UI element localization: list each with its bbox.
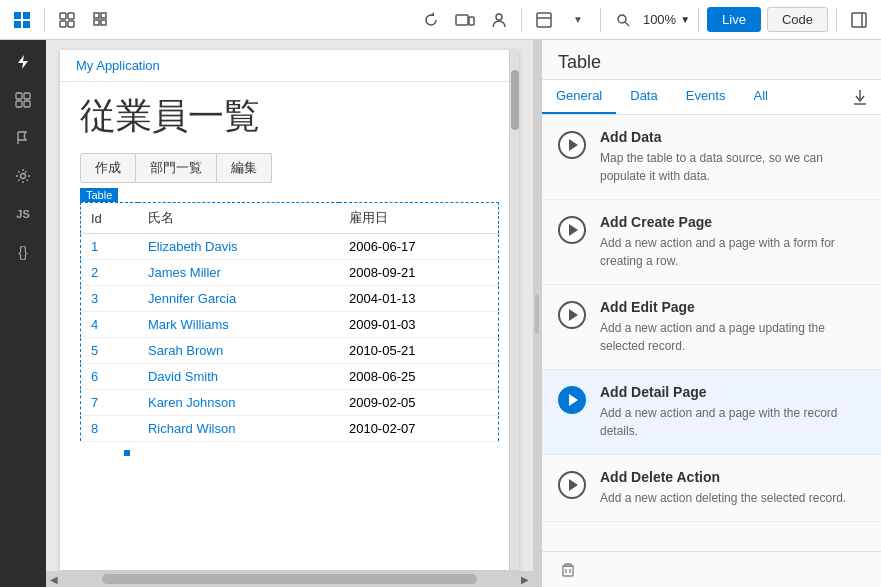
- svg-rect-25: [24, 101, 30, 107]
- sidebar-icon-lightning[interactable]: [5, 44, 41, 80]
- play-triangle-icon: [569, 479, 578, 491]
- play-button[interactable]: [558, 386, 586, 414]
- play-button[interactable]: [558, 301, 586, 329]
- cell-name[interactable]: Jennifer Garcia: [138, 286, 339, 312]
- cell-date: 2010-05-21: [339, 338, 499, 364]
- svg-rect-3: [23, 21, 30, 28]
- table-row[interactable]: 7 Karen Johnson 2009-02-05: [81, 390, 499, 416]
- play-button[interactable]: [558, 471, 586, 499]
- cell-name[interactable]: James Miller: [138, 260, 339, 286]
- table-row[interactable]: 6 David Smith 2008-06-25: [81, 364, 499, 390]
- panel-action-item[interactable]: Add Data Map the table to a data source,…: [542, 115, 881, 200]
- cell-id[interactable]: 1: [81, 234, 138, 260]
- action-buttons: 作成 部門一覧 編集: [80, 153, 499, 183]
- sep2: [521, 8, 522, 32]
- zoom-level[interactable]: 100% ▼: [643, 12, 690, 27]
- live-button[interactable]: Live: [707, 7, 761, 32]
- svg-rect-11: [101, 20, 106, 25]
- sidebar-icon-js[interactable]: JS: [5, 196, 41, 232]
- cell-id[interactable]: 4: [81, 312, 138, 338]
- canvas-scrollbar-h[interactable]: ◀ ▶: [46, 571, 533, 587]
- play-button[interactable]: [558, 131, 586, 159]
- cell-id[interactable]: 2: [81, 260, 138, 286]
- grid-icon[interactable]: [87, 6, 115, 34]
- action-desc: Add a new action and a page updating the…: [600, 319, 865, 355]
- action-desc: Add a new action deleting the selected r…: [600, 489, 865, 507]
- layout-icon[interactable]: [530, 6, 558, 34]
- tab-data[interactable]: Data: [616, 80, 671, 114]
- user-icon[interactable]: [485, 6, 513, 34]
- sep1: [44, 8, 45, 32]
- left-sidebar: JS {}: [0, 40, 46, 587]
- create-button[interactable]: 作成: [80, 153, 136, 183]
- right-panel-title: Table: [542, 40, 881, 80]
- cell-id[interactable]: 6: [81, 364, 138, 390]
- scroll-right-arrow[interactable]: ▶: [517, 574, 533, 585]
- sidebar-icon-braces[interactable]: {}: [5, 234, 41, 270]
- download-icon[interactable]: [839, 80, 881, 114]
- puzzle-icon[interactable]: [53, 6, 81, 34]
- table-label-badge: Table: [80, 187, 499, 202]
- sidebar-toggle-icon[interactable]: [845, 6, 873, 34]
- resize-grip: [535, 294, 539, 334]
- action-desc: Add a new action and a page with the rec…: [600, 404, 865, 440]
- svg-rect-12: [456, 15, 468, 25]
- chevron-down-icon[interactable]: ▼: [564, 6, 592, 34]
- sidebar-icon-flag[interactable]: [5, 120, 41, 156]
- sep5: [836, 8, 837, 32]
- toolbar: ▼ 100% ▼ Live Code: [0, 0, 881, 40]
- cell-name[interactable]: David Smith: [138, 364, 339, 390]
- table-row[interactable]: 3 Jennifer Garcia 2004-01-13: [81, 286, 499, 312]
- panel-action-item[interactable]: Add Create Page Add a new action and a p…: [542, 200, 881, 285]
- scroll-left-arrow[interactable]: ◀: [46, 574, 62, 585]
- panel-action-item[interactable]: Add Edit Page Add a new action and a pag…: [542, 285, 881, 370]
- panel-action-item[interactable]: Add Delete Action Add a new action delet…: [542, 455, 881, 522]
- table-resize-handle[interactable]: [123, 449, 131, 457]
- cell-id[interactable]: 8: [81, 416, 138, 442]
- svg-rect-29: [563, 566, 573, 576]
- svg-line-18: [625, 22, 629, 26]
- dept-list-button[interactable]: 部門一覧: [136, 153, 217, 183]
- tab-all[interactable]: All: [739, 80, 781, 114]
- svg-rect-9: [101, 13, 106, 18]
- tab-general[interactable]: General: [542, 80, 616, 114]
- table-row[interactable]: 2 James Miller 2008-09-21: [81, 260, 499, 286]
- panel-delete-icon[interactable]: [554, 556, 582, 584]
- panel-action-item[interactable]: Add Detail Page Add a new action and a p…: [542, 370, 881, 455]
- toolbar-icon-app[interactable]: [8, 6, 36, 34]
- sidebar-icon-puzzle[interactable]: [5, 82, 41, 118]
- play-triangle-icon: [569, 394, 578, 406]
- table-row[interactable]: 8 Richard Wilson 2010-02-07: [81, 416, 499, 442]
- cell-id[interactable]: 7: [81, 390, 138, 416]
- refresh-icon[interactable]: [417, 6, 445, 34]
- play-button[interactable]: [558, 216, 586, 244]
- svg-rect-4: [60, 13, 66, 19]
- table-row[interactable]: 4 Mark Williams 2009-01-03: [81, 312, 499, 338]
- app-frame: My Application 従業員一覧 作成 部門一覧 編集 Table: [60, 50, 519, 570]
- cell-name[interactable]: Richard Wilson: [138, 416, 339, 442]
- table-row[interactable]: 5 Sarah Brown 2010-05-21: [81, 338, 499, 364]
- scroll-thumb-h[interactable]: [102, 574, 477, 584]
- svg-rect-22: [16, 93, 22, 99]
- table-row[interactable]: 1 Elizabeth Davis 2006-06-17: [81, 234, 499, 260]
- cell-id[interactable]: 5: [81, 338, 138, 364]
- vertical-scrollbar[interactable]: [509, 50, 519, 570]
- play-triangle-icon: [569, 309, 578, 321]
- cell-date: 2008-06-25: [339, 364, 499, 390]
- cell-name[interactable]: Sarah Brown: [138, 338, 339, 364]
- edit-button[interactable]: 編集: [217, 153, 272, 183]
- sidebar-icon-gear[interactable]: [5, 158, 41, 194]
- svg-rect-15: [537, 13, 551, 27]
- cell-name[interactable]: Mark Williams: [138, 312, 339, 338]
- panel-resize-handle[interactable]: [533, 40, 541, 587]
- device-icon[interactable]: [451, 6, 479, 34]
- code-button[interactable]: Code: [767, 7, 828, 32]
- tab-events[interactable]: Events: [672, 80, 740, 114]
- cell-id[interactable]: 3: [81, 286, 138, 312]
- svg-rect-5: [68, 13, 74, 19]
- cell-date: 2004-01-13: [339, 286, 499, 312]
- cell-name[interactable]: Elizabeth Davis: [138, 234, 339, 260]
- page-title: 従業員一覧: [80, 92, 499, 141]
- cell-name[interactable]: Karen Johnson: [138, 390, 339, 416]
- action-info: Add Delete Action Add a new action delet…: [600, 469, 865, 507]
